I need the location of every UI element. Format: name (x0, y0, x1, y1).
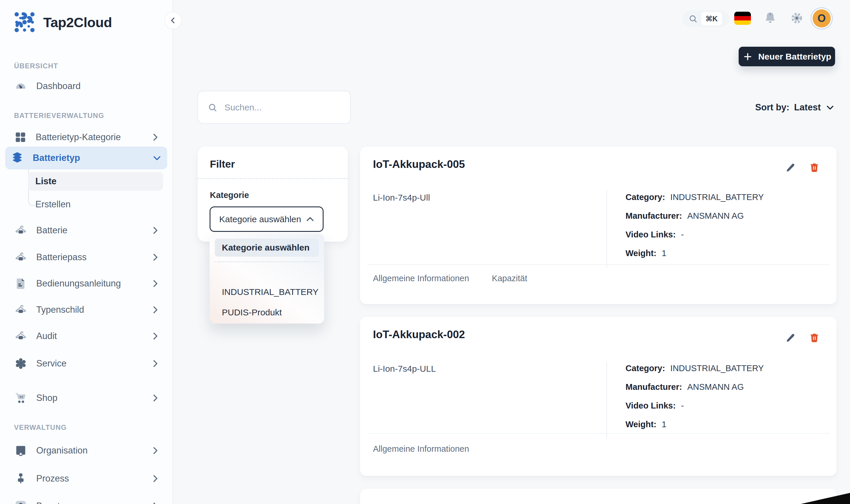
sidebar-item-label: Batteriepass (36, 252, 141, 263)
sidebar-section-overview: ÜBERSICHT (14, 62, 58, 70)
sidebar-item-batterietyp[interactable]: Batterietyp (5, 147, 167, 169)
link-allgemeine-informationen[interactable]: Allgemeine Informationen (373, 444, 469, 454)
chevron-right-icon (150, 359, 160, 368)
edit-pencil-icon[interactable] (785, 332, 796, 343)
global-search-button[interactable]: ⌘K (682, 11, 729, 27)
link-allgemeine-informationen[interactable]: Allgemeine Informationen (373, 274, 469, 283)
sidebar-item-label: Batterie (36, 225, 141, 236)
settings-button[interactable] (790, 11, 804, 25)
divider (607, 191, 607, 268)
sidebar-item-bedienungsanleitung[interactable]: Bedienungsanleitung (9, 274, 166, 293)
sidebar-item-liste[interactable]: Liste (28, 172, 163, 191)
edit-pencil-icon[interactable] (785, 162, 796, 173)
chevron-right-icon (150, 226, 160, 235)
detail-label: Weight: (625, 249, 657, 258)
search-input[interactable] (224, 102, 341, 113)
batterietyp-card-005: IoT-Akkupack-005 Li-Ion-7s4p (360, 147, 836, 304)
detail-label: Weight: (625, 420, 657, 429)
search-icon (688, 14, 698, 23)
category-dropdown: Kategorie auswählen INDUSTRIAL_BATTERY P… (210, 234, 324, 324)
sidebar-item-batteriepass[interactable]: Batteriepass (9, 248, 166, 267)
sidebar-item-label: Shop (36, 393, 141, 403)
detail-row: Category: INDUSTRIAL_BATTERY (625, 362, 764, 374)
sidebar-item-label: Organisation (36, 445, 141, 456)
document-icon (14, 277, 28, 290)
shortcut-keycap: ⌘K (701, 12, 722, 26)
delete-trash-icon[interactable] (809, 162, 820, 174)
chevron-right-icon (150, 446, 160, 455)
new-batterietyp-button[interactable]: Neuer Batterietyp (739, 47, 835, 66)
sidebar-item-batterie[interactable]: Batterie (9, 221, 166, 240)
chevron-right-icon (150, 331, 160, 341)
sort-control[interactable]: Sort by: Latest (755, 102, 835, 113)
sidebar-item-dashboard[interactable]: Dashboard (9, 76, 166, 96)
chevron-right-icon (150, 252, 160, 262)
detail-row: Video Links: - (625, 400, 764, 411)
detail-value: ANSMANN AG (687, 382, 744, 392)
list-search (197, 91, 351, 124)
sidebar-item-service[interactable]: Service (9, 354, 166, 373)
detail-value: 1 (662, 249, 666, 258)
category-select-value: Kategorie auswählen (219, 214, 301, 224)
link-kapazitaet[interactable]: Kapazität (492, 274, 527, 283)
sidebar-item-label: Liste (35, 176, 56, 186)
card-title: IoT-Akkupack-002 (373, 328, 465, 341)
user-icon (14, 499, 28, 504)
dropdown-option-industrial-battery[interactable]: INDUSTRIAL_BATTERY (222, 286, 318, 299)
detail-label: Video Links: (625, 230, 676, 239)
category-label: Kategorie (210, 191, 249, 200)
flag-stripe-red (734, 16, 751, 20)
sidebar-item-label: Service (36, 358, 141, 369)
detail-label: Category: (625, 363, 665, 373)
brand: Tap2Cloud (14, 11, 112, 33)
building-icon (14, 444, 28, 457)
sidebar-item-label: Dashboard (36, 81, 160, 91)
detail-value: - (681, 401, 684, 411)
sidebar-item-erstellen[interactable]: Erstellen (28, 195, 163, 214)
sidebar-item-typenschild[interactable]: Typenschild (9, 300, 166, 320)
detail-label: Video Links: (625, 401, 676, 411)
card-links: Allgemeine Informationen Kapazität (373, 274, 527, 283)
new-batterietyp-label: Neuer Batterietyp (758, 52, 831, 61)
delete-trash-icon[interactable] (809, 332, 820, 344)
card-links: Allgemeine Informationen (373, 444, 469, 454)
chevron-right-icon (150, 305, 160, 315)
sidebar-item-label: Benutzer (36, 501, 141, 504)
card-subtitle: Li-Ion-7s4p-Ull (373, 193, 430, 203)
detail-row: Video Links: - (625, 229, 764, 240)
avatar[interactable]: O (811, 8, 832, 29)
detail-row: Weight: 1 (625, 247, 764, 259)
sidebar-section-battery: BATTERIEVERWALTUNG (14, 111, 104, 120)
card-subtitle: Li-Ion-7s4p-ULL (373, 364, 436, 374)
sidebar-item-prozess[interactable]: Prozess (9, 469, 166, 488)
dropdown-option-placeholder[interactable]: Kategorie auswählen (215, 238, 319, 257)
flower-gear-icon (14, 357, 28, 370)
sidebar-collapse-button[interactable] (164, 12, 182, 29)
grid-icon (14, 131, 27, 144)
chevron-down-icon (152, 153, 162, 163)
detail-row: Manufacturer: ANSMANN AG (625, 210, 764, 222)
sidebar-item-batterietyp-kategorie[interactable]: Batterietyp-Kategorie (9, 128, 166, 147)
sidebar-item-benutzer[interactable]: Benutzer (9, 497, 166, 504)
notifications-button[interactable] (763, 11, 778, 25)
sidebar: Tap2Cloud ÜBERSICHT Dashboard BATTERIEVE… (0, 0, 173, 504)
category-select[interactable]: Kategorie auswählen (210, 206, 324, 232)
sidebar-item-audit[interactable]: Audit (9, 326, 166, 346)
language-flag-german[interactable] (734, 12, 751, 25)
divider (197, 178, 348, 179)
detail-row: Manufacturer: ANSMANN AG (625, 381, 764, 393)
chevron-right-icon (150, 501, 160, 504)
detail-value: INDUSTRIAL_BATTERY (670, 363, 764, 373)
sidebar-item-organisation[interactable]: Organisation (9, 441, 166, 460)
brand-name: Tap2Cloud (43, 14, 112, 30)
sidebar-item-shop[interactable]: Shop (9, 389, 166, 408)
detail-value: INDUSTRIAL_BATTERY (670, 193, 764, 202)
card-actions (785, 162, 820, 174)
sort-label: Sort by: (755, 102, 790, 113)
sidebar-item-label: Audit (36, 331, 141, 341)
detail-value: 1 (662, 420, 666, 429)
dropdown-option-pudis-produkt[interactable]: PUDIS-Produkt (222, 306, 282, 319)
chevron-right-icon (150, 474, 160, 484)
chevron-right-icon (150, 393, 160, 403)
hanger-icon (14, 224, 28, 237)
